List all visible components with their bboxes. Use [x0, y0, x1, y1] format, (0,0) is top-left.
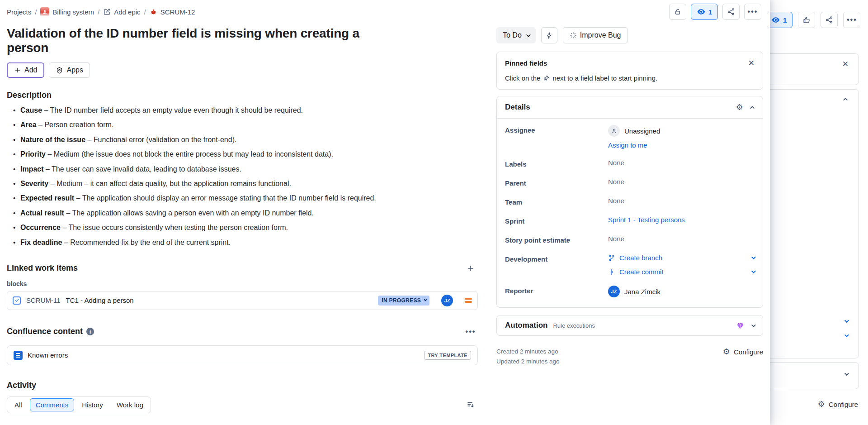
breadcrumb-issue-key[interactable]: SCRUM-12 [150, 8, 195, 16]
description-item: Nature of the issue – Functional error (… [20, 136, 478, 144]
breadcrumb-add-epic[interactable]: Add epic [103, 8, 140, 16]
project-avatar [40, 7, 49, 16]
linked-item-key[interactable]: SCRUM-11 [26, 296, 61, 304]
ai-sparkle-icon [570, 32, 577, 39]
sprint-link[interactable]: Sprint 1 - Testing persons [608, 216, 685, 224]
sort-order-button[interactable] [463, 397, 478, 412]
tab-comments[interactable]: Comments [30, 398, 75, 411]
backdrop-expand-icon[interactable] [844, 371, 849, 376]
linked-items-heading: Linked work items [7, 263, 78, 273]
chevron-down-icon[interactable] [751, 269, 756, 273]
unassigned-avatar-icon [608, 125, 620, 137]
backdrop-share-button[interactable] [821, 12, 838, 28]
description-item: Actual result – The application allows s… [20, 209, 478, 217]
assign-to-me-link[interactable]: Assign to me [608, 141, 755, 149]
field-parent: Parent None [505, 178, 755, 187]
add-button[interactable]: Add [7, 62, 44, 78]
bug-icon [150, 8, 157, 16]
apps-icon [56, 67, 63, 74]
breadcrumb-project[interactable]: Billing system [40, 7, 94, 16]
assignee-value[interactable]: Unassigned [608, 125, 755, 137]
details-title: Details [505, 103, 530, 112]
pinned-fields-card: Pinned fields ✕ Click on the next to a f… [496, 52, 763, 90]
created-timestamp: Created 2 minutes ago [496, 347, 560, 357]
lightning-icon [545, 32, 553, 39]
status-badge[interactable]: IN PROGRESS [378, 296, 429, 306]
backdrop-close-icon[interactable]: ✕ [842, 60, 849, 68]
parent-value[interactable]: None [608, 178, 755, 187]
description-list: Cause – The ID number field accepts an e… [7, 106, 478, 247]
description-item: Area – Person creation form. [20, 121, 478, 129]
description-item: Impact – The user can save invalid data,… [20, 165, 478, 173]
team-value[interactable]: None [608, 197, 755, 206]
share-icon [825, 16, 833, 24]
try-template-badge[interactable]: TRY TEMPLATE [424, 351, 471, 360]
automation-card[interactable]: Automation Rule executions [496, 315, 763, 336]
apps-button[interactable]: Apps [49, 62, 90, 78]
gear-icon: ⚙ [818, 399, 825, 409]
backdrop-like-button[interactable] [798, 12, 815, 28]
premium-gem-icon [736, 322, 744, 329]
add-linked-item-button[interactable] [463, 261, 478, 276]
backdrop-watch-button[interactable]: 1 [770, 12, 793, 28]
confluence-page-title[interactable]: Known errors [28, 351, 68, 359]
pinned-fields-hint: Click on the next to a field label to st… [505, 74, 755, 82]
backdrop-collapse-icon[interactable] [843, 98, 848, 102]
gear-icon[interactable]: ⚙ [736, 102, 743, 112]
linked-item-summary[interactable]: TC1 - Adding a person [66, 296, 134, 304]
backdrop-configure-button[interactable]: ⚙ Configure [818, 399, 858, 409]
create-branch-link[interactable]: Create branch [608, 254, 662, 262]
chevron-down-icon [526, 33, 531, 37]
field-assignee: Assignee Unassigned Assign to me [505, 125, 755, 149]
tab-all[interactable]: All [9, 398, 28, 411]
backdrop-commit-chevron-icon[interactable] [844, 333, 849, 337]
tab-worklog[interactable]: Work log [111, 398, 149, 411]
confluence-page-row[interactable]: Known errors TRY TEMPLATE [7, 345, 478, 365]
story-points-value[interactable]: None [608, 235, 755, 244]
plus-icon [14, 67, 21, 74]
description-heading: Description [7, 91, 478, 100]
assignee-avatar[interactable]: JZ [441, 295, 453, 306]
backdrop-watch-count: 1 [783, 16, 787, 24]
issue-view: 1 ••• Projects / Billing system / Add ep… [0, 0, 770, 425]
reporter-avatar: JZ [608, 286, 620, 297]
confluence-more-button[interactable]: ••• [463, 325, 478, 339]
chevron-down-icon [424, 298, 427, 301]
backdrop-branch-chevron-icon[interactable] [844, 318, 849, 323]
status-dropdown[interactable]: To Do [496, 27, 536, 43]
commit-icon [608, 268, 615, 276]
automation-subtitle: Rule executions [553, 322, 595, 329]
updated-timestamp: Updated 2 minutes ago [496, 357, 560, 367]
priority-medium-icon [465, 298, 472, 303]
linked-work-item-row[interactable]: SCRUM-11 TC1 - Adding a person IN PROGRE… [7, 291, 478, 310]
thumbs-up-icon [802, 16, 811, 24]
plus-icon [467, 264, 475, 272]
breadcrumb-projects[interactable]: Projects [7, 8, 31, 16]
field-team: Team None [505, 197, 755, 206]
info-icon[interactable]: i [86, 328, 94, 335]
field-reporter: Reporter JZ Jana Zimcik [505, 286, 755, 297]
confluence-page-icon [14, 351, 23, 360]
ellipsis-icon: ••• [466, 328, 476, 336]
improve-bug-button[interactable]: Improve Bug [563, 27, 628, 43]
reporter-name[interactable]: Jana Zimcik [624, 288, 660, 296]
ellipsis-icon: ••• [847, 16, 857, 24]
issue-timestamps: Created 2 minutes ago Updated 2 minutes … [496, 347, 560, 367]
configure-button[interactable]: ⚙ Configure [723, 347, 763, 357]
automation-trigger-button[interactable] [541, 27, 557, 43]
close-icon[interactable]: ✕ [748, 59, 755, 67]
page-title: Validation of the ID number field is mis… [7, 26, 387, 55]
tab-history[interactable]: History [76, 398, 109, 411]
backdrop-configure-label: Configure [829, 401, 858, 408]
description-item: Severity – Medium – it can affect data q… [20, 180, 478, 188]
branch-icon [608, 254, 615, 262]
chevron-up-icon[interactable] [750, 105, 755, 110]
backdrop-more-button[interactable]: ••• [843, 12, 860, 28]
task-type-icon [13, 296, 21, 305]
chevron-down-icon[interactable] [751, 255, 756, 259]
field-labels: Labels None [505, 159, 755, 168]
create-commit-link[interactable]: Create commit [608, 268, 664, 276]
labels-value[interactable]: None [608, 159, 755, 168]
chevron-down-icon[interactable] [751, 323, 756, 327]
pinned-fields-title: Pinned fields [505, 59, 547, 67]
